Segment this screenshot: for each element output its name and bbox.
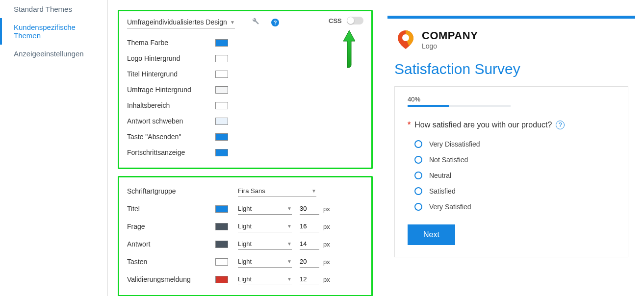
survey-card: 40% * How satisfied are you with our pro… <box>394 86 628 257</box>
color-swatch[interactable] <box>215 86 228 94</box>
answer-option-label: Very Satisfied <box>429 203 471 211</box>
font-color-swatch[interactable] <box>215 205 228 213</box>
answer-option-label: Neutral <box>429 172 451 179</box>
design-row: Inhaltsbereich <box>127 98 363 113</box>
font-panel: Schriftartgruppe Fira Sans ▼ TitelLight▼… <box>118 176 373 296</box>
design-row-label: Thema Farbe <box>127 39 215 47</box>
question-help-icon[interactable]: ? <box>556 121 565 129</box>
sidebar: Standard Themes Kundenspezifische Themen… <box>0 0 108 296</box>
design-row: Antwort schweben <box>127 114 363 128</box>
answer-option[interactable]: Very Satisfied <box>408 199 615 215</box>
font-weight-select[interactable]: Light▼ <box>238 203 292 215</box>
company-subtitle: Logo <box>422 42 478 50</box>
font-weight-select[interactable]: Light▼ <box>238 238 292 250</box>
font-row-label: Tasten <box>127 258 215 266</box>
answer-option[interactable]: Not Satisfied <box>408 152 615 168</box>
font-size-unit: px <box>323 276 330 283</box>
font-size-unit: px <box>323 258 330 266</box>
radio-icon <box>414 187 422 195</box>
radio-icon <box>414 203 422 211</box>
answer-option-label: Very Dissatisfied <box>429 140 480 148</box>
sidebar-item-display-settings[interactable]: Anzeigeeinstellungen <box>0 45 107 63</box>
font-color-swatch[interactable] <box>215 241 228 248</box>
radio-icon <box>414 156 422 164</box>
font-group-select[interactable]: Fira Sans ▼ <box>238 185 316 197</box>
font-group-label: Schriftartgruppe <box>127 187 215 195</box>
font-color-swatch[interactable] <box>215 223 228 230</box>
font-size-input[interactable] <box>300 203 319 215</box>
radio-icon <box>414 140 422 148</box>
sidebar-item-standard-themes[interactable]: Standard Themes <box>0 0 107 18</box>
color-swatch[interactable] <box>215 55 228 62</box>
font-size-unit: px <box>323 241 330 248</box>
answer-option[interactable]: Very Dissatisfied <box>408 136 615 152</box>
css-toggle-label: CSS <box>329 17 342 25</box>
font-size-input[interactable] <box>300 238 319 250</box>
design-row: Titel Hintergrund <box>127 67 363 81</box>
font-weight-select[interactable]: Light▼ <box>238 273 292 285</box>
color-swatch[interactable] <box>215 133 228 141</box>
font-row-label: Frage <box>127 222 215 230</box>
design-row: Fortschrittsanzeige <box>127 145 363 160</box>
survey-preview: COMPANY Logo Satisfaction Survey 40% * H… <box>387 19 635 267</box>
wrench-icon[interactable] <box>250 16 259 28</box>
progress-bar <box>408 105 511 107</box>
font-size-unit: px <box>323 223 330 230</box>
chevron-down-icon: ▼ <box>287 241 292 247</box>
font-row: TitelLight▼px <box>127 200 363 218</box>
chevron-down-icon: ▼ <box>287 223 292 229</box>
color-swatch[interactable] <box>215 39 228 47</box>
chevron-down-icon: ▼ <box>230 20 235 25</box>
font-row: ValidierungsmeldungLight▼px <box>127 271 363 288</box>
css-toggle-area: CSS <box>329 17 363 25</box>
design-row-label: Antwort schweben <box>127 117 215 125</box>
logo-area: COMPANY Logo <box>387 19 635 54</box>
radio-icon <box>414 172 422 179</box>
color-swatch[interactable] <box>215 102 228 109</box>
font-size-input[interactable] <box>300 256 319 268</box>
question-text: How satisfied are you with our product? <box>414 121 552 129</box>
design-row-label: Logo Hintergrund <box>127 54 215 62</box>
font-weight-select[interactable]: Light▼ <box>238 221 292 232</box>
design-row: Umfrage Hintergrund <box>127 82 363 97</box>
progress-fill <box>408 105 449 107</box>
color-swatch[interactable] <box>215 118 228 125</box>
font-row: AntwortLight▼px <box>127 235 363 253</box>
company-logo-icon <box>394 28 417 51</box>
design-panel: Umfrageindividualisiertes Design ▼ ? The… <box>118 10 373 169</box>
next-button[interactable]: Next <box>408 224 455 245</box>
design-row-label: Taste "Absenden" <box>127 133 215 141</box>
font-row-label: Antwort <box>127 240 215 248</box>
font-size-input[interactable] <box>300 221 319 232</box>
help-icon[interactable]: ? <box>271 19 279 26</box>
font-size-input[interactable] <box>300 273 319 285</box>
chevron-down-icon: ▼ <box>287 206 292 211</box>
font-color-swatch[interactable] <box>215 258 228 266</box>
design-row-label: Inhaltsbereich <box>127 101 215 109</box>
font-row: FrageLight▼px <box>127 218 363 235</box>
font-color-swatch[interactable] <box>215 276 228 283</box>
font-weight-select[interactable]: Light▼ <box>238 256 292 268</box>
design-row-label: Titel Hintergrund <box>127 70 215 78</box>
progress-label: 40% <box>408 96 615 103</box>
color-swatch[interactable] <box>215 71 228 78</box>
settings-column: Umfrageindividualisiertes Design ▼ ? The… <box>118 10 373 296</box>
survey-title: Satisfaction Survey <box>387 54 635 86</box>
answer-option-label: Not Satisfied <box>429 156 468 164</box>
font-size-unit: px <box>323 205 330 213</box>
font-row-label: Validierungsmeldung <box>127 275 215 283</box>
answer-option[interactable]: Neutral <box>408 168 615 183</box>
css-toggle[interactable] <box>347 17 363 25</box>
chevron-down-icon: ▼ <box>311 188 316 194</box>
design-select[interactable]: Umfrageindividualisiertes Design ▼ <box>127 16 235 28</box>
sidebar-item-custom-themes[interactable]: Kundenspezifische Themen <box>0 18 107 45</box>
font-row: TastenLight▼px <box>127 253 363 271</box>
answer-option-label: Satisfied <box>429 187 456 195</box>
answer-option[interactable]: Satisfied <box>408 183 615 199</box>
design-row: Taste "Absenden" <box>127 129 363 144</box>
design-row: Thema Farbe <box>127 35 363 50</box>
required-indicator: * <box>408 121 411 129</box>
color-swatch[interactable] <box>215 149 228 156</box>
design-row-label: Fortschrittsanzeige <box>127 148 215 156</box>
svg-point-0 <box>402 34 409 41</box>
